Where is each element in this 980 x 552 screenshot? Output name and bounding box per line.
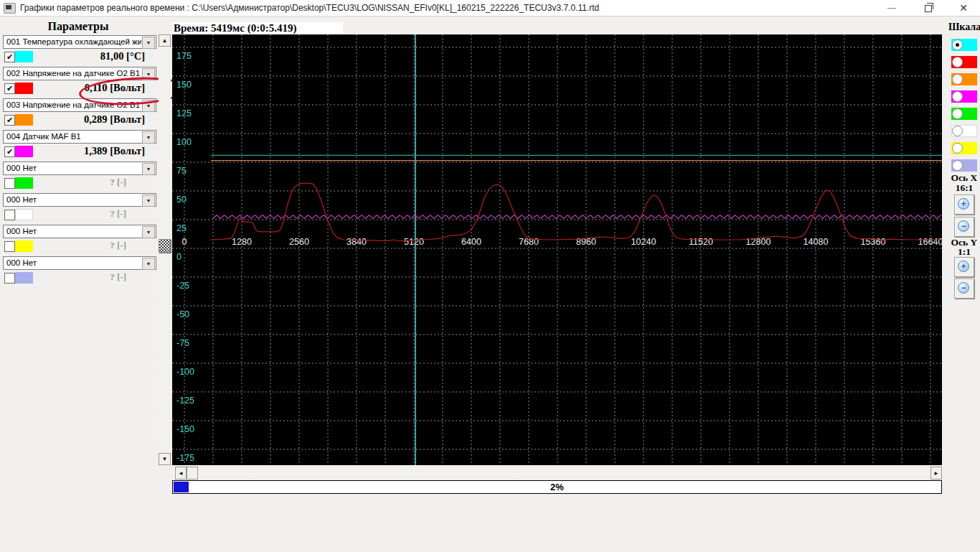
channel-checkbox-6[interactable]	[4, 210, 15, 220]
channel-checkbox-3[interactable]: ✔	[4, 115, 15, 126]
scale-radio-6[interactable]	[952, 126, 963, 136]
channel-value: ? [-]	[110, 240, 126, 251]
chart-plot-area[interactable]: 1751501251007550250-25-50-75-100-125-150…	[172, 34, 942, 465]
scroll-left-icon[interactable]: ◄	[175, 467, 187, 480]
scale-radio-4[interactable]	[952, 91, 963, 102]
horizontal-scrollbar-thumb[interactable]	[187, 467, 198, 480]
scroll-right-icon[interactable]: ►	[930, 467, 942, 480]
channel-dropdown-8[interactable]: 000 Нет▼	[3, 256, 156, 270]
chevron-down-icon[interactable]: ▼	[142, 195, 155, 207]
y-axis-tick-label: -100	[176, 367, 194, 377]
scale-option-5[interactable]	[951, 108, 977, 120]
restore-button[interactable]	[915, 0, 940, 16]
plus-icon: +	[958, 198, 969, 210]
channel-dropdown-2[interactable]: 002 Напряжение на датчике O2 B1 S▼	[3, 67, 156, 80]
x-axis-tick-label: 10240	[631, 237, 656, 247]
channel-dropdown-value: 000 Нет	[6, 195, 141, 204]
channel-dropdown-1[interactable]: 001 Температура охлаждающей жид▼	[3, 35, 156, 49]
channel-dropdown-3[interactable]: 003 Напряжение на датчике O2 B1 S▼	[3, 98, 156, 112]
channel-value: 1,389 [Вольт]	[84, 145, 145, 157]
window-title: Графики параметров реального времени : C…	[20, 3, 599, 13]
channel-checkbox-2[interactable]: ✔	[4, 83, 15, 94]
scale-option-1[interactable]	[951, 39, 977, 51]
channel-checkbox-4[interactable]: ✔	[4, 146, 15, 157]
channel-checkbox-8[interactable]	[4, 273, 15, 284]
channel-dropdown-value: 004 Датчик MAF B1	[6, 132, 141, 141]
chart-canvas[interactable]: 1751501251007550250-25-50-75-100-125-150…	[172, 34, 942, 465]
y-axis-tick-label: 50	[176, 195, 187, 205]
scale-radio-1[interactable]	[952, 39, 963, 50]
scale-option-7[interactable]	[951, 142, 977, 154]
channel-dropdown-4[interactable]: 004 Датчик MAF B1▼	[3, 130, 156, 144]
y-axis-tick-label: 150	[176, 80, 192, 90]
x-axis-tick-label: 16640	[918, 237, 942, 247]
channel-dropdown-5[interactable]: 000 Нет▼	[3, 162, 156, 175]
close-button[interactable]: ✕	[951, 0, 976, 16]
y-axis-tick-label: 25	[176, 223, 187, 233]
scale-option-3[interactable]	[951, 73, 977, 85]
scroll-up-icon[interactable]: ▲	[159, 34, 171, 47]
y-axis-tick-label: 100	[176, 137, 192, 147]
channel-dropdown-value: 000 Нет	[6, 258, 141, 267]
minimize-button[interactable]: —	[880, 0, 904, 16]
time-label: Время: 5419мс (0:0:5.419)	[174, 22, 296, 34]
vertical-scrollbar[interactable]: ▲ ▼	[159, 34, 171, 465]
plus-icon: +	[958, 261, 969, 272]
scale-option-6[interactable]	[951, 125, 977, 137]
x-axis-tick-label: 14080	[804, 237, 829, 247]
scroll-down-icon[interactable]: ▼	[159, 453, 171, 465]
y-axis-scale-value: 1:1	[948, 246, 980, 258]
scale-radio-5[interactable]	[952, 108, 963, 119]
scale-radio-7[interactable]	[952, 143, 963, 154]
y-axis-tick-label: -175	[176, 453, 194, 463]
x-axis-tick-label: 6400	[461, 237, 481, 247]
channel-checkbox-1[interactable]: ✔	[4, 52, 15, 62]
channel-dropdown-value: 001 Температура охлаждающей жид	[6, 37, 141, 46]
y-axis-tick-label: -25	[176, 281, 189, 291]
scale-header: Шкала	[948, 22, 980, 33]
channel-color-swatch	[15, 83, 33, 94]
channel-color-swatch	[15, 51, 33, 62]
chevron-down-icon[interactable]: ▼	[142, 258, 155, 270]
scale-radio-3[interactable]	[952, 74, 963, 85]
horizontal-scrollbar[interactable]: ◄ ►	[172, 467, 942, 480]
minus-icon: −	[958, 220, 969, 232]
channel-color-swatch	[15, 177, 33, 189]
chevron-down-icon[interactable]: ▼	[142, 163, 155, 175]
x-zoom-in-button[interactable]: +	[954, 195, 974, 215]
channel-checkbox-7[interactable]	[4, 241, 15, 252]
chevron-down-icon[interactable]: ▼	[142, 226, 155, 238]
parameters-header: Параметры	[0, 20, 156, 33]
scale-option-4[interactable]	[951, 90, 977, 103]
y-axis-tick-label: -50	[176, 309, 189, 319]
y-zoom-out-button[interactable]: −	[954, 279, 974, 299]
channel-dropdown-6[interactable]: 000 Нет▼	[3, 193, 156, 207]
channel-dropdown-value: 000 Нет	[6, 164, 141, 172]
chevron-down-icon[interactable]: ▼	[142, 131, 155, 144]
chevron-down-icon[interactable]: ▼	[142, 68, 155, 80]
vertical-scrollbar-thumb[interactable]	[159, 239, 171, 253]
x-axis-tick-label: 7680	[519, 237, 539, 247]
scale-radio-2[interactable]	[952, 57, 963, 67]
chevron-down-icon[interactable]: ▼	[142, 100, 155, 112]
y-zoom-in-button[interactable]: +	[954, 257, 974, 277]
app-icon	[4, 3, 16, 14]
y-axis-tick-label: 75	[176, 166, 187, 176]
x-axis-tick-label: 1280	[232, 237, 252, 247]
series-line-3	[210, 183, 942, 241]
y-axis-tick-label: -150	[176, 424, 194, 434]
x-axis-scale-value: 16:1	[948, 182, 980, 194]
scale-option-8[interactable]	[951, 159, 977, 172]
scale-option-2[interactable]	[951, 56, 977, 68]
channel-value: 0,110 [Вольт]	[85, 82, 145, 94]
channel-value: 81,00 [°C]	[100, 50, 145, 62]
channel-value: ? [-]	[110, 271, 126, 283]
channel-dropdown-7[interactable]: 000 Нет▼	[3, 225, 156, 238]
channel-value: 0,289 [Вольт]	[84, 113, 145, 126]
channel-value: ? [-]	[110, 208, 126, 220]
x-zoom-out-button[interactable]: −	[954, 217, 974, 237]
scale-radio-8[interactable]	[952, 160, 963, 171]
channel-checkbox-5[interactable]	[4, 178, 15, 189]
chevron-down-icon[interactable]: ▼	[142, 37, 155, 49]
x-axis-tick-label: 0	[182, 237, 187, 247]
